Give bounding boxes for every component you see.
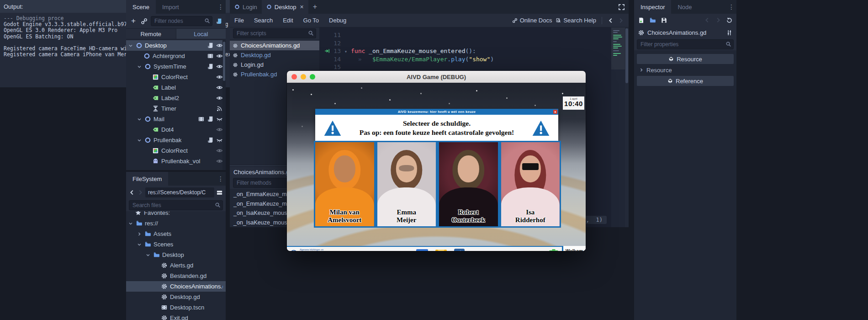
search-help-button[interactable]: Search Help: [556, 17, 596, 24]
code-line[interactable]: 11: [320, 31, 610, 39]
code-line[interactable]: 15: [320, 63, 610, 71]
chevron-down-icon[interactable]: [128, 43, 133, 48]
new-scene-tab-button[interactable]: +: [308, 0, 322, 14]
eye-closed-icon[interactable]: [216, 137, 223, 144]
menu-go-to[interactable]: Go To: [303, 17, 319, 24]
save-resource-icon[interactable]: [661, 17, 667, 24]
character-card[interactable]: EmmaMeijer: [377, 142, 436, 226]
signal-icon[interactable]: [216, 105, 223, 112]
tab-inspector[interactable]: Inspector: [634, 0, 671, 14]
scene-tab-desktop[interactable]: Desktop×: [262, 0, 308, 14]
chevron-down-icon[interactable]: [137, 242, 142, 247]
local-toggle[interactable]: Local: [176, 29, 226, 39]
history-forward-icon[interactable]: [715, 17, 721, 23]
eye-icon[interactable]: [216, 42, 223, 49]
property-row-resource[interactable]: Resource: [637, 65, 734, 75]
filesystem-row[interactable]: Desktop: [126, 250, 226, 260]
code-line[interactable]: 14 » $EmmaKeuze/EmmaPlayer.play("show"): [320, 55, 610, 64]
scene-tree-row[interactable]: Timer: [126, 103, 226, 114]
attach-script-icon[interactable]: [216, 18, 222, 25]
filesystem-row[interactable]: Desktop.gd: [126, 292, 226, 302]
eye-icon[interactable]: [216, 74, 223, 80]
scene-tree-row[interactable]: ColorRect: [126, 145, 226, 156]
filesystem-row[interactable]: Assets: [126, 229, 226, 239]
add-node-button[interactable]: +: [129, 16, 138, 26]
game-titlebar[interactable]: AIVD Game (DEBUG): [287, 71, 586, 83]
filesystem-row[interactable]: Bestanden.gd: [126, 271, 226, 281]
current-path[interactable]: res://Scenes/Desktop/C: [145, 187, 214, 197]
tab-scene[interactable]: Scene: [126, 0, 156, 14]
forward-icon[interactable]: [137, 189, 143, 196]
tab-import[interactable]: Import: [156, 0, 185, 14]
character-card[interactable]: Milan vanAmelsvoort: [315, 142, 374, 226]
game-viewport[interactable]: 1 april 10:40 AIVD keuzemenu: hier heeft…: [287, 83, 586, 251]
section-resource[interactable]: Resource: [637, 54, 734, 64]
distraction-free-icon[interactable]: [618, 4, 625, 11]
filesystem-row[interactable]: Desktop.tscn: [126, 302, 226, 313]
dialog-close-icon[interactable]: x: [553, 110, 557, 114]
eye-dim-icon[interactable]: [216, 126, 223, 133]
script-icon[interactable]: [207, 116, 214, 123]
filter-properties-input[interactable]: [637, 39, 734, 49]
film-icon[interactable]: [198, 116, 205, 123]
film-icon[interactable]: [207, 53, 214, 59]
instance-scene-icon[interactable]: [141, 18, 148, 25]
mail-taskbar-icon[interactable]: [435, 250, 447, 251]
game-window[interactable]: AIVD Game (DEBUG) 1 april 10:40 AIVD keu…: [287, 71, 586, 251]
history-back-icon[interactable]: [608, 17, 614, 24]
scene-tree-row[interactable]: Achtergrond: [126, 51, 226, 61]
close-tab-icon[interactable]: ×: [300, 3, 304, 11]
history-icon[interactable]: [726, 17, 733, 24]
scene-tree-row[interactable]: Dot4: [126, 124, 226, 135]
script-list-item[interactable]: Desktop.gd: [230, 50, 319, 60]
eye-icon[interactable]: [216, 84, 223, 91]
character-card[interactable]: RobertOosterbeek: [439, 142, 498, 226]
scene-tree-row[interactable]: ColorRect: [126, 72, 226, 82]
documents-taskbar-icon[interactable]: [416, 249, 428, 251]
search-files-input[interactable]: [129, 200, 223, 210]
scene-tree-row[interactable]: SystemTime: [126, 61, 226, 72]
eye-closed-icon[interactable]: [216, 116, 223, 123]
script-icon[interactable]: [207, 42, 214, 49]
online-docs-button[interactable]: Online Docs: [512, 17, 552, 24]
script-icon[interactable]: [207, 63, 214, 70]
eye-icon[interactable]: [216, 95, 223, 101]
script-list-item[interactable]: Login.gd: [230, 60, 319, 69]
scene-tree-row[interactable]: Mail: [126, 114, 226, 124]
chevron-down-icon[interactable]: [145, 252, 151, 258]
filesystem-row[interactable]: ChoicesAnimations.g: [126, 281, 226, 292]
tools-icon[interactable]: [726, 29, 733, 36]
tab-filesystem[interactable]: FileSystem: [126, 172, 168, 186]
scene-tree-row[interactable]: Label: [126, 82, 226, 93]
code-line[interactable]: 13▾func _on_EmmaKeuze_mouse_entered():: [320, 47, 610, 55]
fold-icon[interactable]: ▾: [344, 48, 351, 56]
trash-icon[interactable]: [548, 249, 559, 251]
eye-icon[interactable]: [216, 63, 223, 70]
scene-tree-row[interactable]: Desktop: [126, 40, 226, 51]
history-forward-icon[interactable]: [618, 17, 624, 24]
character-card[interactable]: IsaRidderhof: [501, 142, 560, 226]
chevron-down-icon[interactable]: [137, 64, 142, 69]
script-list-item[interactable]: ChoicesAnimations.gd: [230, 41, 319, 50]
menu-debug[interactable]: Debug: [329, 17, 346, 24]
chevron-down-icon[interactable]: [137, 117, 142, 122]
eye-dim-icon[interactable]: [216, 158, 223, 165]
kebab-menu-icon[interactable]: ⋮: [216, 172, 226, 186]
code-scrollbar[interactable]: [625, 27, 629, 227]
split-view-icon[interactable]: [216, 189, 223, 196]
eye-icon[interactable]: [216, 53, 223, 59]
menu-search[interactable]: Search: [254, 17, 273, 24]
scene-tree-scrollbar[interactable]: [222, 40, 226, 170]
section-reference[interactable]: Reference: [637, 76, 734, 86]
exit-taskbar-icon[interactable]: [454, 249, 465, 251]
script-icon[interactable]: [207, 137, 214, 144]
new-resource-icon[interactable]: [638, 17, 645, 24]
kebab-menu-icon[interactable]: ⋮: [216, 0, 226, 14]
scene-tree-row[interactable]: Prullenbak: [126, 135, 226, 145]
back-icon[interactable]: [129, 189, 135, 196]
load-resource-icon[interactable]: [649, 17, 656, 24]
filter-nodes-input[interactable]: [151, 16, 212, 26]
history-back-icon[interactable]: [704, 17, 710, 23]
scene-tree-row[interactable]: Prullenbak_vol: [126, 156, 226, 166]
filesystem-row[interactable]: res://: [126, 218, 226, 229]
